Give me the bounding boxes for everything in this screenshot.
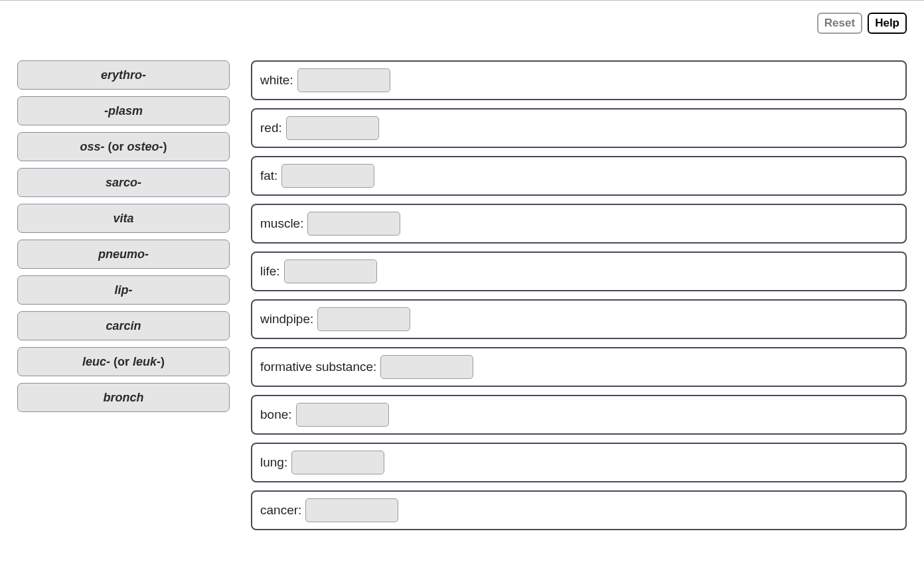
source-item[interactable]: erythro- [17, 60, 230, 90]
source-item-label: erythro- [101, 68, 146, 82]
target-row: fat: [251, 156, 907, 196]
target-row: muscle: [251, 204, 907, 244]
drop-slot[interactable] [291, 451, 384, 474]
target-label: bone: [260, 407, 292, 422]
source-item[interactable]: bronch [17, 383, 230, 412]
drop-slot[interactable] [284, 259, 377, 283]
source-item[interactable]: oss- (or osteo-) [17, 132, 230, 161]
help-button[interactable]: Help [868, 13, 907, 34]
source-list: erythro- -plasm oss- (or osteo-) sarco- … [17, 60, 230, 419]
matching-activity: Reset Help erythro- -plasm oss- (or oste… [0, 0, 924, 576]
target-label: cancer: [260, 503, 301, 518]
source-item[interactable]: leuc- (or leuk-) [17, 347, 230, 376]
source-item-label: leuc- [82, 355, 110, 369]
target-row: windpipe: [251, 299, 907, 339]
source-item-label: lip- [115, 283, 133, 297]
target-row: white: [251, 60, 907, 100]
target-label: formative substance: [260, 360, 376, 374]
source-item[interactable]: vita [17, 204, 230, 233]
target-label: fat: [260, 169, 277, 183]
source-item[interactable]: pneumo- [17, 240, 230, 269]
source-item-label: carcin [106, 319, 141, 333]
source-item-paren: (or osteo-) [108, 140, 167, 154]
reset-button[interactable]: Reset [817, 13, 862, 34]
target-row: life: [251, 252, 907, 291]
drop-slot[interactable] [305, 498, 398, 522]
target-row: red: [251, 108, 907, 148]
target-row: lung: [251, 443, 907, 482]
drop-slot[interactable] [296, 403, 389, 427]
target-row: formative substance: [251, 347, 907, 387]
toolbar: Reset Help [17, 13, 907, 34]
source-item[interactable]: carcin [17, 311, 230, 340]
target-label: muscle: [260, 216, 303, 231]
drop-slot[interactable] [286, 116, 379, 140]
source-item-label: oss- [80, 140, 104, 154]
source-item-paren: (or leuk-) [114, 355, 165, 369]
source-item-label: bronch [104, 391, 144, 405]
source-item-label: sarco- [106, 176, 141, 190]
source-item[interactable]: lip- [17, 275, 230, 305]
source-item-label: -plasm [104, 104, 143, 118]
target-label: lung: [260, 455, 287, 470]
target-row: bone: [251, 395, 907, 435]
columns: erythro- -plasm oss- (or osteo-) sarco- … [17, 60, 907, 538]
target-label: windpipe: [260, 312, 313, 326]
drop-slot[interactable] [380, 355, 473, 379]
drop-slot[interactable] [297, 68, 390, 92]
target-label: red: [260, 121, 282, 135]
target-label: life: [260, 264, 280, 279]
target-list: white: red: fat: muscle: life: windpipe: [251, 60, 907, 538]
target-label: white: [260, 73, 293, 88]
source-item[interactable]: sarco- [17, 168, 230, 197]
target-row: cancer: [251, 490, 907, 530]
drop-slot[interactable] [281, 164, 374, 188]
source-item-label: vita [113, 212, 133, 226]
source-item[interactable]: -plasm [17, 96, 230, 125]
drop-slot[interactable] [307, 212, 400, 236]
drop-slot[interactable] [317, 307, 410, 331]
source-item-label: pneumo- [98, 248, 149, 261]
